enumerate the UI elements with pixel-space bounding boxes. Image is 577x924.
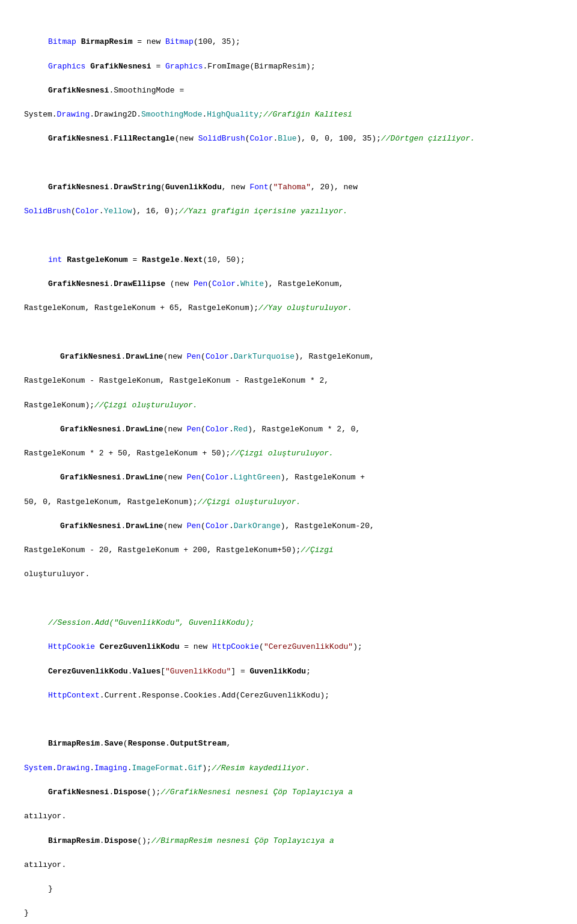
kw-darkturquoise: DarkTurquoise <box>234 352 295 361</box>
kw-bitmap2: Bitmap <box>165 37 194 46</box>
kw-darkorange: DarkOrange <box>234 521 281 530</box>
var-birmapresim: BirmapResim <box>81 37 133 46</box>
comment-3: //Yazı grafigin içerisine yazılıyor. <box>179 207 347 216</box>
kw-solidbrush: SolidBrush <box>198 134 245 143</box>
code-line-10: RastgeleKonum, RastgeleKonum + 65, Rastg… <box>24 302 553 314</box>
code-line-17: 50, 0, RastgeleKonum, RastgeleKonum);//Ç… <box>24 496 553 508</box>
code-line-14: GrafikNesnesi.DrawLine(new Pen(Color.Red… <box>24 424 553 436</box>
code-line-blank3 <box>24 327 553 339</box>
code-line-18: GrafikNesnesi.DrawLine(new Pen(Color.Dar… <box>24 520 553 532</box>
kw-color4: Color <box>206 352 229 361</box>
comment-12: //BirmapResim nesnesi Çöp Toplayıcıya a <box>151 836 334 845</box>
var-guvenlik2: GuvenlikKodu <box>250 667 307 676</box>
kw-yellow: Yellow <box>104 207 132 216</box>
var-grafiknesnesi2: GrafikNesnesi <box>48 86 109 95</box>
fn-drawline3: DrawLine <box>126 473 163 482</box>
fn-drawellipse: DrawEllipse <box>114 279 165 288</box>
kw-httpcookie2: HttpCookie <box>212 642 259 651</box>
code-block: Bitmap BirmapResim = new Bitmap(100, 35)… <box>24 12 553 924</box>
kw-red: Red <box>234 425 248 434</box>
var-rastgelekonum: RastgeleKonum <box>67 255 127 264</box>
var-grafiknesnesi3: GrafikNesnesi <box>48 134 109 143</box>
code-line-23: CerezGuvenlikKodu.Values["GuvenlikKodu"]… <box>24 666 553 678</box>
code-line-29: BirmapResim.Dispose();//BirmapResim nesn… <box>24 835 553 847</box>
code-line-7: SolidBrush(Color.Yellow), 16, 0);//Yazı … <box>24 205 553 217</box>
kw-color2: Color <box>76 207 99 216</box>
kw-color5: Color <box>206 425 229 434</box>
var-response: Response <box>128 739 165 748</box>
kw-highquality: HighQuality <box>207 110 258 119</box>
code-line-28: atılıyor. <box>24 810 553 822</box>
code-line-32: } <box>24 907 553 919</box>
kw-drawing: Drawing <box>57 110 90 119</box>
comment-4: //Yay oluşturuluyor. <box>258 303 352 312</box>
code-line-2: Graphics GrafikNesnesi = Graphics.FromIm… <box>24 61 553 73</box>
kw-system: System <box>24 764 52 773</box>
kw-imageformat: ImageFormat <box>132 764 183 773</box>
var-grafiknesnesi6: GrafikNesnesi <box>60 352 121 361</box>
code-line-8: int RastgeleKonum = Rastgele.Next(10, 50… <box>24 254 553 266</box>
kw-httpcookie: HttpCookie <box>48 642 95 651</box>
code-line-20: oluşturuluyor. <box>24 568 553 580</box>
comment-8: //Çizgi <box>301 546 334 555</box>
comment-7: //Çizgi oluşturuluyor. <box>198 497 301 506</box>
var-grafiknesnesi8: GrafikNesnesi <box>60 473 121 482</box>
kw-httpcontext: HttpContext <box>48 691 100 700</box>
kw-color: Color <box>250 134 273 143</box>
kw-smoothingmode: SmoothingMode <box>141 110 202 119</box>
code-line-24: HttpContext.Current.Response.Cookies.Add… <box>24 690 553 702</box>
code-line-22: HttpCookie CerezGuvenlikKodu = new HttpC… <box>24 641 553 653</box>
var-cerezguvenlik: CerezGuvenlikKodu <box>100 642 180 651</box>
var-grafiknesnesi4: GrafikNesnesi <box>48 183 109 192</box>
code-line-15: RastgeleKonum * 2 + 50, RastgeleKonum + … <box>24 448 553 460</box>
comment-9: //Session.Add("GuvenlikKodu", GuvenlikKo… <box>48 618 254 627</box>
var-grafiknesnesi5: GrafikNesnesi <box>48 279 109 288</box>
kw-pen: Pen <box>194 279 207 288</box>
kw-drawing2: Drawing <box>57 764 90 773</box>
code-line-1: Bitmap BirmapResim = new Bitmap(100, 35)… <box>24 36 553 48</box>
fn-next: Next <box>184 255 203 264</box>
code-line-blank4 <box>24 593 553 605</box>
comment-11: //GrafikNesnesi nesnesi Çöp Toplayıcıya … <box>160 788 353 797</box>
var-grafiknesnesi: GrafikNesnesi <box>90 62 151 71</box>
var-outputstream: OutputStream <box>170 739 227 748</box>
comment-1: ;//Grafiğin Kalitesi <box>258 110 352 119</box>
var-grafiknesnesi7: GrafikNesnesi <box>60 425 121 434</box>
kw-pen2: Pen <box>187 352 201 361</box>
kw-gif: Gif <box>188 764 202 773</box>
code-line-30: atılıyor. <box>24 859 553 871</box>
fn-dispose2: Dispose <box>105 836 138 845</box>
kw-solidbrush2: SolidBrush <box>24 207 71 216</box>
kw-graphics2: Graphics <box>165 62 203 71</box>
code-line-12: RastgeleKonum - RastgeleKonum, RastgeleK… <box>24 375 553 387</box>
code-line-9: GrafikNesnesi.DrawEllipse (new Pen(Color… <box>24 278 553 290</box>
code-line-26: System.Drawing.Imaging.ImageFormat.Gif);… <box>24 762 553 774</box>
kw-lightgreen: LightGreen <box>234 473 281 482</box>
var-birmapresim2: BirmapResim <box>48 739 100 748</box>
code-line-blank2 <box>24 230 553 242</box>
code-line-27: GrafikNesnesi.Dispose();//GrafikNesnesi … <box>24 786 553 798</box>
code-line-blank1 <box>24 157 553 169</box>
kw-color6: Color <box>206 473 229 482</box>
var-grafiknesnesi10: GrafikNesnesi <box>48 788 109 797</box>
kw-pen4: Pen <box>187 473 201 482</box>
comment-2: //Dörtgen çiziliyor. <box>381 134 475 143</box>
code-line-3: GrafikNesnesi.SmoothingMode = <box>24 85 553 97</box>
comment-5: //Çizgi oluşturuluyor. <box>94 401 198 410</box>
code-line-21: //Session.Add("GuvenlikKodu", GuvenlikKo… <box>24 617 553 629</box>
kw-bitmap: Bitmap <box>48 37 76 46</box>
kw-color7: Color <box>206 521 229 530</box>
var-guvenlik: GuvenlikKodu <box>165 183 222 192</box>
fn-save: Save <box>105 739 123 748</box>
var-cerezguvenlik2: CerezGuvenlikKodu <box>48 667 128 676</box>
code-line-19: RastgeleKonum - 20, RastgeleKonum + 200,… <box>24 544 553 556</box>
fn-drawline2: DrawLine <box>126 425 163 434</box>
fn-drawline4: DrawLine <box>126 521 163 530</box>
fn-drawline1: DrawLine <box>126 352 163 361</box>
code-line-4: System.Drawing.Drawing2D.SmoothingMode.H… <box>24 109 553 121</box>
kw-pen3: Pen <box>187 425 201 434</box>
code-line-25: BirmapResim.Save(Response.OutputStream, <box>24 738 553 750</box>
fn-dispose1: Dispose <box>114 788 147 797</box>
kw-font: Font <box>250 183 269 192</box>
comment-6: //Çizgi oluşturuluyor. <box>230 449 334 458</box>
